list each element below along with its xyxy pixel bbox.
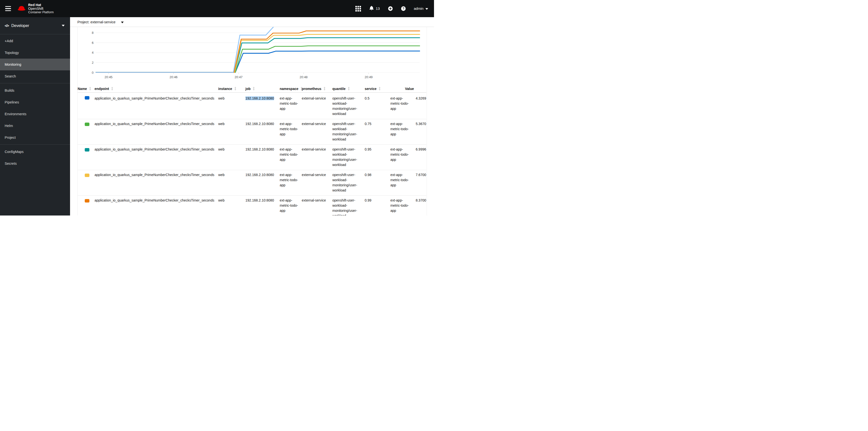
bell-icon (369, 6, 374, 11)
column-header-instance[interactable]: instance (218, 87, 245, 92)
red-hat-fedora-icon (18, 5, 26, 12)
content-area: 0246820:4520:4620:4720:4820:49 Nameendpo… (70, 27, 434, 216)
caret-down-icon (121, 20, 124, 24)
cell-series-color (78, 119, 95, 144)
perspective-label: Developer (11, 24, 29, 28)
cell-value: 6.9996 (414, 145, 426, 170)
cell-instance: 192.168.2.10:8080 (245, 196, 280, 216)
sidebar-item-project[interactable]: Project (0, 132, 70, 143)
brand-text: Red Hat OpenShift Container Platform (28, 3, 54, 14)
cell-service: ext-app-metric-todo-app (391, 196, 414, 216)
cell-job: ext-app-metric-todo-app (280, 119, 302, 144)
cell-service: ext-app-metric-todo-app (391, 93, 414, 119)
series-color-swatch (85, 96, 89, 99)
brand-logo[interactable]: Red Hat OpenShift Container Platform (18, 3, 54, 14)
column-header-endpoint[interactable]: endpoint (95, 87, 218, 92)
series-color-swatch (85, 199, 89, 202)
table-header-row: Nameendpointinstancejobnamespacepromethe… (78, 87, 426, 93)
column-header-name[interactable]: Name (78, 87, 95, 92)
cell-quantile: 0.5 (365, 93, 391, 119)
y-axis-label-4: 4 (92, 51, 94, 54)
x-axis-label-20-46: 20:46 (169, 75, 178, 79)
cell-endpoint: web (218, 145, 245, 170)
sort-arrows-icon (323, 87, 326, 90)
cell-series-color (78, 145, 95, 170)
sidebar-item-builds[interactable]: Builds (0, 85, 70, 96)
sidebar: </> Developer +AddTopologyMonitoringSear… (0, 17, 70, 216)
namespace-toolbar: Project: external-service (70, 17, 434, 27)
column-header-prometheus[interactable]: prometheus (302, 87, 332, 92)
cell-namespace: external-service (302, 93, 332, 119)
column-header-label: quantile (332, 87, 346, 91)
sidebar-item-environments[interactable]: Environments (0, 108, 70, 120)
metrics-table: Nameendpointinstancejobnamespacepromethe… (78, 87, 426, 216)
project-selector[interactable]: Project: external-service (78, 20, 124, 24)
sidebar-item-pipelines[interactable]: Pipelines (0, 96, 70, 108)
cell-service: ext-app-metric-todo-app (391, 145, 414, 170)
y-axis-label-0: 0 (92, 71, 94, 75)
user-menu[interactable]: admin (414, 7, 428, 10)
cell-prometheus: openshift-user-workload-monitoring/user-… (332, 145, 365, 170)
series-color-swatch (85, 174, 89, 177)
cell-series-color (78, 93, 95, 119)
column-header-label: job (245, 87, 251, 91)
column-header-value: Value (391, 87, 414, 92)
cell-instance: 192.168.2.10:8080 (245, 93, 280, 119)
cell-name: application_io_quarkus_sample_PrimeNumbe… (95, 196, 218, 216)
cell-name: application_io_quarkus_sample_PrimeNumbe… (95, 170, 218, 195)
column-header-service[interactable]: service (365, 87, 391, 92)
cell-job: ext-app-metric-todo-app (280, 93, 302, 119)
table-row: application_io_quarkus_sample_PrimeNumbe… (78, 144, 426, 170)
add-plus-circle-icon[interactable] (388, 6, 393, 11)
cell-prometheus: openshift-user-workload-monitoring/user-… (332, 196, 365, 216)
cell-prometheus: openshift-user-workload-monitoring/user-… (332, 93, 365, 119)
sidebar-item-monitoring[interactable]: Monitoring (0, 59, 70, 70)
cell-namespace: external-service (302, 196, 332, 216)
brand-line-1: Red Hat (28, 3, 54, 7)
table-row: application_io_quarkus_sample_PrimeNumbe… (78, 195, 426, 216)
sidebar-item-topology[interactable]: Topology (0, 47, 70, 59)
sidebar-item-secrets[interactable]: Secrets (0, 157, 70, 169)
column-header-label: Value (405, 87, 414, 91)
column-header-label: endpoint (95, 87, 109, 91)
cell-name: application_io_quarkus_sample_PrimeNumbe… (95, 145, 218, 170)
cell-name: application_io_quarkus_sample_PrimeNumbe… (95, 119, 218, 144)
help-question-circle-icon[interactable]: ? (401, 6, 406, 11)
cell-series-color (78, 170, 95, 195)
sidebar-nav-group: BuildsPipelinesEnvironmentsHelmProject (0, 83, 70, 144)
cell-instance: 192.168.2.10:8080 (245, 170, 280, 195)
app-launcher-grid-icon[interactable] (355, 6, 361, 11)
project-selector-label: Project: external-service (78, 20, 116, 24)
brand-line-3: Container Platform (28, 10, 54, 14)
sidebar-item-add[interactable]: +Add (0, 35, 70, 47)
svg-text:?: ? (402, 7, 404, 10)
x-axis-label-20-47: 20:47 (235, 75, 243, 79)
cell-value: 4.3269 (414, 93, 426, 119)
table-row: application_io_quarkus_sample_PrimeNumbe… (78, 119, 426, 144)
selected-text: 192.168.2.10:8080 (245, 96, 274, 100)
sort-arrows-icon (378, 87, 381, 90)
column-header-label: prometheus (302, 87, 321, 91)
column-header-quantile[interactable]: quantile (332, 87, 365, 92)
cell-value: 8.3700 (414, 196, 426, 216)
table-row: application_io_quarkus_sample_PrimeNumbe… (78, 170, 426, 195)
chart-series-upper-series-clipped-at-top-of-visible-area (95, 27, 276, 72)
column-header-label: instance (218, 87, 232, 91)
nav-toggle-hamburger-icon[interactable] (5, 6, 11, 11)
column-header-job[interactable]: job (245, 87, 280, 92)
cell-name: application_io_quarkus_sample_PrimeNumbe… (95, 93, 218, 119)
cell-job: ext-app-metric-todo-app (280, 145, 302, 170)
perspective-switcher[interactable]: </> Developer (0, 17, 70, 34)
cell-quantile: 0.75 (365, 119, 391, 144)
sidebar-item-helm[interactable]: Helm (0, 120, 70, 132)
notifications-button[interactable]: 13 (369, 6, 380, 11)
cell-series-color (78, 196, 95, 216)
sidebar-item-configmaps[interactable]: ConfigMaps (0, 146, 70, 157)
column-header-namespace[interactable]: namespace (280, 87, 302, 92)
sidebar-nav-group: +AddTopologyMonitoringSearch (0, 34, 70, 83)
y-axis-label-6: 6 (92, 41, 94, 45)
chart-series-quantile-0-75 (95, 46, 420, 72)
sidebar-item-search[interactable]: Search (0, 70, 70, 82)
cell-prometheus: openshift-user-workload-monitoring/user-… (332, 170, 365, 195)
chevron-down-icon (62, 25, 65, 27)
